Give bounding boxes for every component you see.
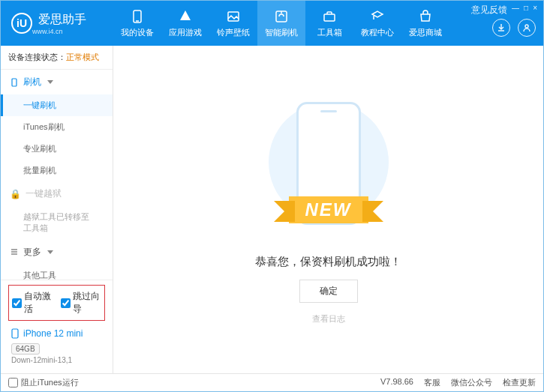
sidebar-item-other-tools[interactable]: 其他工具 — [1, 265, 113, 280]
device-firmware: Down-12mini-13,1 — [5, 355, 108, 367]
sidebar-group-label: 更多 — [23, 246, 41, 259]
svg-rect-6 — [12, 79, 17, 86]
connection-value: 正常模式 — [66, 52, 99, 61]
nav-label: 爱思商城 — [409, 27, 442, 38]
minimize-button[interactable]: — — [512, 4, 519, 16]
sidebar-item-batch-flash[interactable]: 批量刷机 — [1, 160, 113, 181]
nav-flash[interactable]: 智能刷机 — [257, 1, 305, 46]
connection-label: 设备连接状态： — [8, 52, 66, 61]
wechat-link[interactable]: 微信公众号 — [451, 377, 492, 388]
device-icon — [11, 328, 19, 339]
checkbox-block-itunes[interactable]: 阻止iTunes运行 — [8, 377, 79, 388]
nav-label: 我的设备 — [121, 27, 154, 38]
connection-status: 设备连接状态：正常模式 — [1, 46, 113, 70]
device-icon — [130, 9, 145, 24]
sidebar-group-label: 一键越狱 — [26, 187, 62, 200]
logo-icon: iU — [11, 13, 32, 34]
sidebar-item-pro-flash[interactable]: 专业刷机 — [1, 138, 113, 160]
sidebar-group-flash[interactable]: 刷机 — [1, 70, 113, 94]
chevron-down-icon — [47, 80, 53, 84]
brand-url: www.i4.cn — [32, 28, 86, 35]
nav-label: 铃声壁纸 — [217, 27, 250, 38]
ok-button[interactable]: 确定 — [299, 280, 358, 303]
sidebar-jailbreak-hint: 越狱工具已转移至 工具箱 — [1, 206, 113, 240]
flash-icon — [274, 9, 289, 24]
nav-store[interactable]: 爱思商城 — [401, 1, 449, 46]
nav-label: 教程中心 — [361, 27, 394, 38]
phone-icon — [10, 78, 19, 87]
window-controls: 意见反馈 — □ × — [471, 4, 537, 16]
nav-apps[interactable]: 应用游戏 — [161, 1, 209, 46]
menu-icon — [10, 247, 19, 256]
header-actions — [492, 19, 536, 37]
status-bar: 阻止iTunes运行 V7.98.66 客服 微信公众号 检查更新 — [1, 373, 543, 391]
version-label: V7.98.66 — [380, 377, 413, 388]
connected-device[interactable]: iPhone 12 mini — [5, 325, 108, 342]
main-content: NEW 恭喜您，保资料刷机成功啦！ 确定 查看日志 — [113, 46, 543, 373]
feedback-link[interactable]: 意见反馈 — [471, 4, 507, 16]
checkbox-auto-activate[interactable]: 自动激活 — [12, 290, 53, 316]
tutorial-icon — [370, 9, 385, 24]
close-button[interactable]: × — [533, 4, 537, 16]
brand-name: 爱思助手 — [38, 12, 86, 28]
nav-toolbox[interactable]: 工具箱 — [305, 1, 353, 46]
brand-logo: iU 爱思助手 www.i4.cn — [1, 12, 113, 35]
nav-ringtones[interactable]: 铃声壁纸 — [209, 1, 257, 46]
checkbox-label: 阻止iTunes运行 — [21, 377, 79, 388]
checkbox-input[interactable] — [61, 298, 71, 308]
storage-badge: 64GB — [11, 343, 40, 355]
nav-label: 智能刷机 — [265, 27, 298, 38]
download-button[interactable] — [492, 19, 510, 37]
user-button[interactable] — [518, 19, 536, 37]
apps-icon — [178, 9, 193, 24]
ribbon-text: NEW — [289, 196, 368, 223]
lock-icon: 🔒 — [10, 189, 21, 199]
sidebar-item-oneclick-flash[interactable]: 一键刷机 — [1, 94, 113, 116]
checkbox-skip-guide[interactable]: 跳过向导 — [61, 290, 102, 316]
sidebar-group-more[interactable]: 更多 — [1, 240, 113, 265]
checkbox-label: 跳过向导 — [73, 290, 102, 316]
sidebar-bottom: 自动激活 跳过向导 iPhone 12 mini 64GB Down-12min… — [1, 280, 113, 373]
sidebar-item-itunes-flash[interactable]: iTunes刷机 — [1, 116, 113, 138]
view-log-link[interactable]: 查看日志 — [312, 313, 345, 325]
nav-tutorials[interactable]: 教程中心 — [353, 1, 401, 46]
checkbox-input[interactable] — [12, 298, 22, 308]
svg-rect-10 — [12, 329, 18, 338]
support-link[interactable]: 客服 — [424, 377, 440, 388]
device-name: iPhone 12 mini — [23, 328, 83, 339]
sidebar-group-jailbreak: 🔒 一键越狱 — [1, 181, 113, 206]
sidebar-group-label: 刷机 — [23, 76, 41, 88]
chevron-down-icon — [47, 250, 53, 254]
nav-label: 工具箱 — [317, 27, 342, 38]
store-icon — [418, 9, 433, 24]
success-illustration: NEW — [265, 94, 392, 244]
svg-rect-4 — [324, 14, 335, 21]
app-header: iU 爱思助手 www.i4.cn 我的设备 应用游戏 铃声壁纸 智能刷机 工具… — [1, 1, 543, 46]
wallpaper-icon — [226, 9, 241, 24]
new-ribbon: NEW — [289, 196, 368, 223]
svg-point-5 — [525, 25, 528, 28]
checkbox-input[interactable] — [8, 378, 18, 388]
success-message: 恭喜您，保资料刷机成功啦！ — [255, 255, 401, 269]
maximize-button[interactable]: □ — [524, 4, 528, 16]
checkbox-label: 自动激活 — [24, 290, 53, 316]
nav-label: 应用游戏 — [169, 27, 202, 38]
nav-my-device[interactable]: 我的设备 — [113, 1, 161, 46]
sidebar: 设备连接状态：正常模式 刷机 一键刷机 iTunes刷机 专业刷机 批量刷机 🔒… — [1, 46, 113, 373]
check-update-link[interactable]: 检查更新 — [503, 377, 536, 388]
options-highlight-box: 自动激活 跳过向导 — [8, 285, 105, 321]
toolbox-icon — [322, 9, 337, 24]
